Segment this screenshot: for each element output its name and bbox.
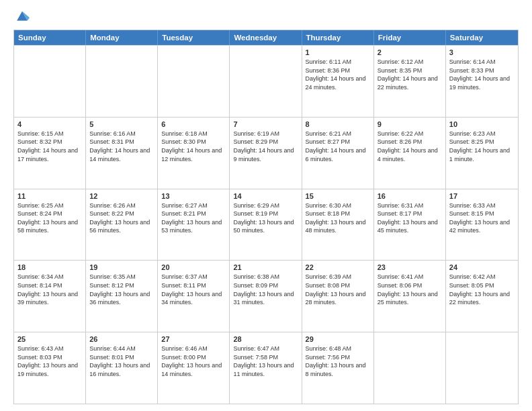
calendar-cell: 25Sunrise: 6:43 AM Sunset: 8:03 PM Dayli… [14,332,86,404]
calendar-cell: 27Sunrise: 6:46 AM Sunset: 8:00 PM Dayli… [158,332,230,404]
header-day-wednesday: Wednesday [230,30,302,45]
day-info: Sunrise: 6:34 AM Sunset: 8:14 PM Dayligh… [17,273,82,306]
logo-icon [15,8,30,23]
day-info: Sunrise: 6:35 AM Sunset: 8:12 PM Dayligh… [89,273,154,306]
day-number: 25 [17,335,82,343]
day-info: Sunrise: 6:21 AM Sunset: 8:27 PM Dayligh… [306,130,370,163]
calendar-cell: 1Sunrise: 6:11 AM Sunset: 8:36 PM Daylig… [302,46,374,117]
calendar-cell: 9Sunrise: 6:22 AM Sunset: 8:26 PM Daylig… [374,118,446,189]
day-info: Sunrise: 6:47 AM Sunset: 7:58 PM Dayligh… [233,345,298,378]
calendar-cell: 5Sunrise: 6:16 AM Sunset: 8:31 PM Daylig… [86,118,158,189]
day-number: 4 [17,120,82,128]
day-info: Sunrise: 6:38 AM Sunset: 8:09 PM Dayligh… [233,273,298,306]
day-number: 6 [161,120,226,128]
day-info: Sunrise: 6:44 AM Sunset: 8:01 PM Dayligh… [89,345,154,378]
calendar-row-2: 11Sunrise: 6:25 AM Sunset: 8:24 PM Dayli… [14,189,518,261]
calendar-cell [446,332,518,404]
day-info: Sunrise: 6:26 AM Sunset: 8:22 PM Dayligh… [89,201,154,235]
day-info: Sunrise: 6:43 AM Sunset: 8:03 PM Dayligh… [17,345,82,378]
day-number: 16 [378,192,442,200]
day-info: Sunrise: 6:12 AM Sunset: 8:35 PM Dayligh… [378,58,442,91]
day-number: 13 [161,192,226,200]
day-number: 26 [89,335,154,343]
calendar-cell: 14Sunrise: 6:29 AM Sunset: 8:19 PM Dayli… [230,189,302,261]
day-number: 2 [378,48,442,56]
day-info: Sunrise: 6:39 AM Sunset: 8:08 PM Dayligh… [306,273,370,306]
calendar-cell: 20Sunrise: 6:37 AM Sunset: 8:11 PM Dayli… [158,261,230,332]
day-number: 3 [449,48,515,56]
header-day-sunday: Sunday [14,30,86,45]
day-number: 5 [89,120,154,128]
day-number: 23 [378,263,442,271]
header-day-friday: Friday [374,30,446,45]
calendar-cell: 2Sunrise: 6:12 AM Sunset: 8:35 PM Daylig… [374,46,446,117]
day-info: Sunrise: 6:25 AM Sunset: 8:24 PM Dayligh… [17,201,82,235]
day-info: Sunrise: 6:27 AM Sunset: 8:21 PM Dayligh… [161,201,226,235]
day-number: 10 [449,120,515,128]
day-number: 9 [378,120,442,128]
logo-text [13,11,30,23]
logo [13,11,30,23]
calendar-header: SundayMondayTuesdayWednesdayThursdayFrid… [14,30,518,45]
header [13,11,519,23]
calendar-cell: 12Sunrise: 6:26 AM Sunset: 8:22 PM Dayli… [86,189,158,261]
day-number: 17 [449,192,515,200]
calendar-cell [374,332,446,404]
day-number: 18 [17,263,82,271]
calendar-cell: 3Sunrise: 6:14 AM Sunset: 8:33 PM Daylig… [446,46,518,117]
day-info: Sunrise: 6:16 AM Sunset: 8:31 PM Dayligh… [89,130,154,163]
day-info: Sunrise: 6:11 AM Sunset: 8:36 PM Dayligh… [306,58,370,91]
day-number: 24 [449,263,515,271]
day-info: Sunrise: 6:14 AM Sunset: 8:33 PM Dayligh… [449,58,515,91]
calendar: SundayMondayTuesdayWednesdayThursdayFrid… [13,30,519,404]
header-day-monday: Monday [86,30,158,45]
calendar-row-3: 18Sunrise: 6:34 AM Sunset: 8:14 PM Dayli… [14,260,518,332]
calendar-body: 1Sunrise: 6:11 AM Sunset: 8:36 PM Daylig… [14,45,518,404]
calendar-cell: 19Sunrise: 6:35 AM Sunset: 8:12 PM Dayli… [86,261,158,332]
calendar-cell: 8Sunrise: 6:21 AM Sunset: 8:27 PM Daylig… [302,118,374,189]
day-info: Sunrise: 6:48 AM Sunset: 7:56 PM Dayligh… [306,345,370,378]
header-day-tuesday: Tuesday [158,30,230,45]
calendar-row-0: 1Sunrise: 6:11 AM Sunset: 8:36 PM Daylig… [14,45,518,117]
calendar-cell: 22Sunrise: 6:39 AM Sunset: 8:08 PM Dayli… [302,261,374,332]
day-info: Sunrise: 6:33 AM Sunset: 8:15 PM Dayligh… [449,201,515,235]
calendar-row-4: 25Sunrise: 6:43 AM Sunset: 8:03 PM Dayli… [14,332,518,404]
calendar-cell: 16Sunrise: 6:31 AM Sunset: 8:17 PM Dayli… [374,189,446,261]
calendar-cell: 24Sunrise: 6:42 AM Sunset: 8:05 PM Dayli… [446,261,518,332]
day-number: 20 [161,263,226,271]
calendar-cell [230,46,302,117]
calendar-cell: 13Sunrise: 6:27 AM Sunset: 8:21 PM Dayli… [158,189,230,261]
calendar-cell: 11Sunrise: 6:25 AM Sunset: 8:24 PM Dayli… [14,189,86,261]
day-info: Sunrise: 6:29 AM Sunset: 8:19 PM Dayligh… [233,201,298,235]
calendar-cell [158,46,230,117]
day-info: Sunrise: 6:15 AM Sunset: 8:32 PM Dayligh… [17,130,82,163]
day-number: 8 [306,120,370,128]
day-number: 27 [161,335,226,343]
day-number: 22 [306,263,370,271]
calendar-cell: 18Sunrise: 6:34 AM Sunset: 8:14 PM Dayli… [14,261,86,332]
day-number: 1 [306,48,370,56]
calendar-cell: 28Sunrise: 6:47 AM Sunset: 7:58 PM Dayli… [230,332,302,404]
calendar-cell: 23Sunrise: 6:41 AM Sunset: 8:06 PM Dayli… [374,261,446,332]
day-info: Sunrise: 6:22 AM Sunset: 8:26 PM Dayligh… [378,130,442,163]
calendar-cell: 29Sunrise: 6:48 AM Sunset: 7:56 PM Dayli… [302,332,374,404]
day-number: 7 [233,120,298,128]
calendar-cell [86,46,158,117]
header-day-thursday: Thursday [302,30,374,45]
day-info: Sunrise: 6:42 AM Sunset: 8:05 PM Dayligh… [449,273,515,306]
day-info: Sunrise: 6:19 AM Sunset: 8:29 PM Dayligh… [233,130,298,163]
day-number: 28 [233,335,298,343]
calendar-cell: 7Sunrise: 6:19 AM Sunset: 8:29 PM Daylig… [230,118,302,189]
header-day-saturday: Saturday [446,30,518,45]
day-info: Sunrise: 6:23 AM Sunset: 8:25 PM Dayligh… [449,130,515,163]
day-number: 21 [233,263,298,271]
day-number: 14 [233,192,298,200]
day-info: Sunrise: 6:18 AM Sunset: 8:30 PM Dayligh… [161,130,226,163]
calendar-cell: 15Sunrise: 6:30 AM Sunset: 8:18 PM Dayli… [302,189,374,261]
day-info: Sunrise: 6:46 AM Sunset: 8:00 PM Dayligh… [161,345,226,378]
calendar-cell: 6Sunrise: 6:18 AM Sunset: 8:30 PM Daylig… [158,118,230,189]
calendar-cell: 10Sunrise: 6:23 AM Sunset: 8:25 PM Dayli… [446,118,518,189]
day-info: Sunrise: 6:37 AM Sunset: 8:11 PM Dayligh… [161,273,226,306]
calendar-row-1: 4Sunrise: 6:15 AM Sunset: 8:32 PM Daylig… [14,117,518,189]
day-info: Sunrise: 6:41 AM Sunset: 8:06 PM Dayligh… [378,273,442,306]
